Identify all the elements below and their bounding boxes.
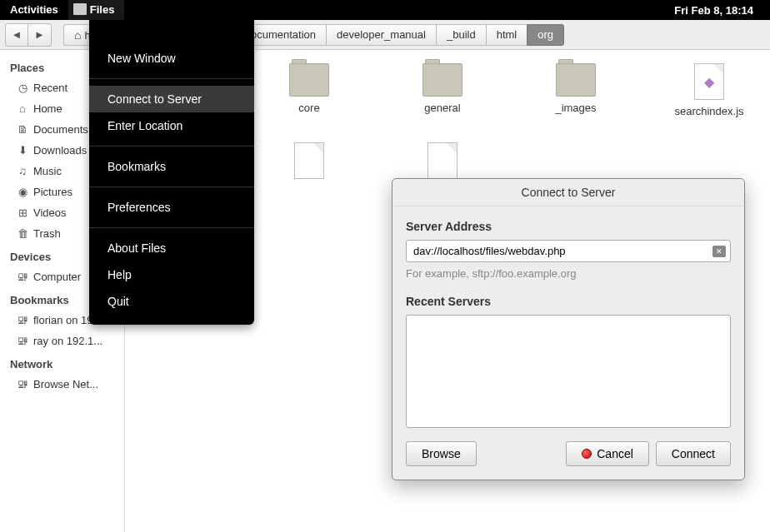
file-icon (294, 142, 324, 179)
activities-button[interactable]: Activities (0, 0, 68, 20)
browse-button[interactable]: Browse (406, 441, 477, 466)
folder-icon (289, 63, 329, 97)
crumb-item-active[interactable]: org (527, 24, 564, 46)
server-icon: 🖳 (17, 335, 28, 347)
crumb-item[interactable]: _build (436, 24, 486, 46)
sidebar-item-label: Music (33, 165, 62, 177)
network-icon: 🖳 (17, 378, 28, 390)
back-button[interactable]: ◄ (5, 23, 28, 47)
menu-new-window[interactable]: New Window (89, 45, 254, 72)
sidebar-item-label: ray on 192.1... (33, 335, 102, 347)
dialog-title: Connect to Server (392, 179, 744, 206)
file-label: general (424, 102, 460, 114)
forward-button[interactable]: ► (28, 23, 52, 47)
chevron-left-icon: ◄ (12, 28, 22, 41)
cancel-label: Cancel (597, 447, 633, 460)
documents-icon: 🗎 (17, 123, 28, 136)
menu-enter-location[interactable]: Enter Location (89, 112, 254, 139)
sidebar-item-label: Pictures (33, 186, 72, 198)
file-item[interactable]: searchindex.js (672, 63, 747, 117)
sidebar-item-label: Documents (33, 123, 88, 136)
sidebar-item-label: Downloads (33, 144, 87, 157)
downloads-icon: ⬇ (17, 144, 28, 157)
videos-icon: ⊞ (17, 206, 28, 219)
sidebar-item-label: Recent (33, 82, 68, 94)
crumb-item[interactable]: html (486, 24, 528, 46)
folder-icon (422, 63, 462, 97)
network-header: Network (0, 351, 124, 374)
server-icon: 🖳 (17, 314, 28, 326)
file-icon (428, 142, 458, 179)
sidebar-item-bookmark[interactable]: 🖳ray on 192.1... (0, 331, 124, 351)
pictures-icon: ◉ (17, 186, 28, 198)
file-label: searchindex.js (674, 105, 743, 117)
chevron-right-icon: ► (34, 28, 45, 41)
stop-icon (582, 449, 592, 459)
menu-separator (89, 78, 254, 79)
top-bar: Activities Files Fri Feb 8, 18:14 (0, 0, 770, 20)
recent-servers-label: Recent Servers (406, 295, 731, 308)
server-address-label: Server Address (406, 220, 731, 233)
dialog-body: Server Address ✕ For example, sftp://foo… (392, 206, 744, 480)
computer-icon: 🖳 (17, 271, 28, 283)
menu-separator (89, 227, 254, 228)
music-icon: ♫ (17, 165, 28, 177)
app-menu-dropdown: New Window Connect to Server Enter Locat… (89, 20, 254, 325)
crumb-item[interactable]: developer_manual (326, 24, 436, 46)
menu-help[interactable]: Help (89, 261, 254, 288)
topbar-left: Activities Files (0, 0, 124, 20)
menu-bookmarks[interactable]: Bookmarks (89, 153, 254, 180)
sidebar-item-label: Home (33, 102, 62, 115)
file-item[interactable] (272, 142, 347, 184)
address-hint: For example, sftp://foo.example.org (406, 267, 731, 280)
clock[interactable]: Fri Feb 8, 18:14 (674, 4, 770, 17)
menu-separator (89, 146, 254, 147)
folder-item[interactable]: general (405, 63, 480, 117)
trash-icon: 🗑 (17, 227, 28, 240)
menu-separator (89, 186, 254, 187)
sidebar-item-label: Browse Net... (33, 378, 98, 390)
address-input-wrap: ✕ (406, 240, 731, 262)
recent-icon: ◷ (17, 82, 28, 94)
cancel-button[interactable]: Cancel (566, 441, 649, 466)
file-label: _images (555, 102, 596, 114)
folder-icon (556, 63, 596, 97)
sidebar-item-label: Trash (33, 227, 61, 240)
folder-item[interactable]: _images (538, 63, 613, 117)
file-label: core (298, 102, 319, 114)
connect-button[interactable]: Connect (656, 441, 731, 466)
spacer (483, 441, 560, 466)
js-file-icon (694, 63, 724, 100)
folder-item[interactable]: core (272, 63, 347, 117)
menu-preferences[interactable]: Preferences (89, 194, 254, 221)
menu-about[interactable]: About Files (89, 235, 254, 261)
sidebar-item-browse-network[interactable]: 🖳Browse Net... (0, 374, 124, 395)
sidebar-item-label: Computer (33, 271, 81, 283)
menu-quit[interactable]: Quit (89, 288, 254, 315)
menu-connect-to-server[interactable]: Connect to Server (89, 86, 254, 112)
nav-group: ◄ ► (5, 23, 52, 47)
connect-to-server-dialog: Connect to Server Server Address ✕ For e… (392, 178, 745, 480)
server-address-input[interactable] (406, 240, 731, 262)
files-app-menu[interactable]: Files (68, 0, 125, 20)
sidebar-item-label: Videos (33, 206, 67, 219)
clear-input-icon[interactable]: ✕ (712, 246, 726, 257)
home-icon: ⌂ (17, 102, 28, 115)
recent-servers-list[interactable] (406, 315, 731, 428)
dialog-buttons: Browse Cancel Connect (406, 441, 731, 466)
